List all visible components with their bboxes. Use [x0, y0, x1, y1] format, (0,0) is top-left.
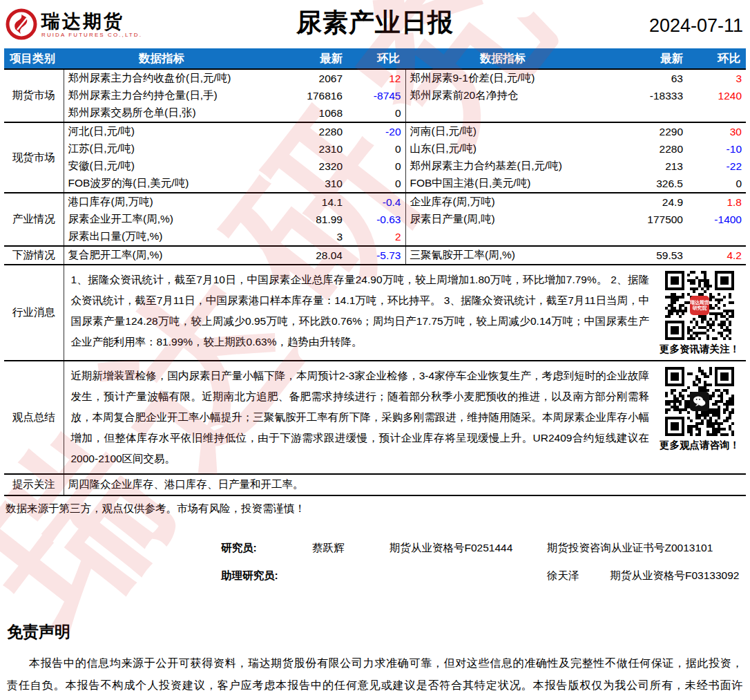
table-row: FOB波罗的海(日,美元/吨) 310 0 FOB中国主港(日,美元/吨) 32…	[4, 175, 746, 193]
category-futures: 期货市场	[4, 69, 64, 122]
table-header-row: 项目类别 数据指标 最新 环比 数据指标 最新 环比	[4, 48, 746, 69]
change-cell: 0	[348, 104, 405, 122]
change-cell: 0	[689, 175, 746, 193]
value-cell: 326.5	[600, 175, 689, 193]
value-cell: 1068	[260, 104, 348, 122]
change-cell	[689, 104, 746, 122]
qr-code-news: 瑞达期货研究院	[665, 271, 734, 340]
assistant-cert: 期货从业资格号F03133092	[610, 569, 740, 583]
value-cell: 2280	[260, 122, 348, 140]
industry-news-row: 行业消息 1、据隆众资讯统计，截至7月10日，中国尿素企业总库存量24.90万吨…	[4, 265, 746, 361]
value-cell: 2280	[600, 140, 689, 158]
change-cell: -8745	[348, 87, 405, 104]
value-cell: 3	[260, 228, 348, 246]
indicator-cell: 尿素企业开工率(周,%)	[64, 211, 260, 228]
col-chain-right: 环比	[689, 48, 746, 69]
value-cell: 177500	[600, 211, 689, 228]
change-cell: -5.73	[348, 246, 405, 265]
category-watch: 提示关注	[4, 474, 64, 495]
data-table: 项目类别 数据指标 最新 环比 数据指标 最新 环比 期货市场 郑州尿素主力合约…	[4, 48, 746, 496]
indicator-cell: 郑州尿素主力合约基差(日,元/吨)	[405, 158, 600, 175]
report-header: 瑞达期货 RUIDA FUTURES CO.,LTD. 尿素产业日报 2024-…	[0, 0, 750, 48]
change-cell: 30	[689, 122, 746, 140]
value-cell: 81.99	[260, 211, 348, 228]
indicator-cell: 郑州尿素前20名净持仓	[405, 87, 600, 104]
value-cell: 28.04	[260, 246, 348, 265]
change-cell: -1400	[689, 211, 746, 228]
value-cell: 59.53	[600, 246, 689, 265]
change-cell: 0	[348, 140, 405, 158]
viewpoint-row: 观点总结 近期新增装置检修，国内尿素日产量小幅下降，本周预计2-3家企业检修，3…	[4, 361, 746, 474]
category-spot: 现货市场	[4, 122, 64, 193]
col-indicator-right: 数据指标	[405, 48, 600, 69]
value-cell: 14.1	[260, 193, 348, 211]
table-row: 尿素企业开工率(周,%) 81.99 -0.63 尿素日产量(周,吨) 1775…	[4, 211, 746, 228]
indicator-cell: 河北(日,元/吨)	[64, 122, 260, 140]
change-cell: 0	[348, 175, 405, 193]
assistant-name: 徐天泽	[547, 569, 579, 583]
indicator-cell: 郑州尿素主力合约持仓量(日,手)	[64, 87, 260, 104]
indicator-cell: 企业库存(周,万吨)	[405, 193, 600, 211]
researcher-block: 研究员: 蔡跃辉 期货从业资格号F0251444 期货投资咨询从业证书号Z001…	[221, 534, 750, 589]
indicator-cell: 江苏(日,元/吨)	[64, 140, 260, 158]
table-row: 郑州尿素交易所仓单(日,张) 1068 0	[4, 104, 746, 122]
col-latest-right: 最新	[600, 48, 689, 69]
indicator-cell	[405, 228, 600, 246]
industry-news-text: 1、据隆众资讯统计，截至7月10日，中国尿素企业总库存量24.90万吨，较上周增…	[71, 269, 657, 352]
change-cell: 4.2	[689, 246, 746, 265]
value-cell: 63	[600, 69, 689, 87]
change-cell: 2	[348, 228, 405, 246]
change-cell: 1.8	[689, 193, 746, 211]
table-row: 下游情况 复合肥开工率(周,%) 28.04 -5.73 三聚氰胺开工率(周,%…	[4, 246, 746, 265]
qr-caption-news: 更多资讯请关注！	[656, 343, 743, 356]
change-cell	[689, 228, 746, 246]
category-industry: 产业情况	[4, 193, 64, 246]
category-news: 行业消息	[4, 265, 64, 361]
change-cell: -20	[348, 122, 405, 140]
report-page: 瑞达研究 瑞达期货 RUIDA FUTURES CO.,LTD. 尿素产业日报 …	[0, 0, 750, 700]
page-title: 尿素产业日报	[0, 6, 750, 40]
col-chain-left: 环比	[348, 48, 405, 69]
indicator-cell	[405, 104, 600, 122]
assistant-label: 助理研究员:	[221, 569, 312, 583]
qr-caption-viewpoint: 更多观点请咨询！	[656, 439, 743, 452]
change-cell: -0.4	[348, 193, 405, 211]
value-cell: -18333	[600, 87, 689, 104]
value-cell: 213	[600, 158, 689, 175]
indicator-cell: 郑州尿素主力合约收盘价(日,元/吨)	[64, 69, 260, 87]
qr-code-viewpoint	[665, 367, 734, 436]
change-cell: 3	[689, 69, 746, 87]
researcher-cert2: 期货投资咨询从业证书号Z0013101	[547, 541, 713, 556]
assistant-row: 助理研究员: 徐天泽 期货从业资格号F03133092	[221, 562, 750, 589]
change-cell: -22	[689, 158, 746, 175]
viewpoint-text: 近期新增装置检修，国内尿素日产量小幅下降，本周预计2-3家企业检修，3-4家停车…	[71, 366, 657, 469]
change-cell: 1240	[689, 87, 746, 104]
indicator-cell: 港口库存(周,万吨)	[64, 193, 260, 211]
change-cell: -10	[689, 140, 746, 158]
value-cell: 24.9	[600, 193, 689, 211]
indicator-cell: FOB中国主港(日,美元/吨)	[405, 175, 600, 193]
table-row: 郑州尿素主力合约持仓量(日,手) 176816 -8745 郑州尿素前20名净持…	[4, 87, 746, 104]
value-cell: 2067	[260, 69, 348, 87]
col-latest-left: 最新	[260, 48, 348, 69]
value-cell	[600, 104, 689, 122]
researcher-name: 蔡跃辉	[312, 541, 390, 556]
indicator-cell: 郑州尿素9-1价差(日,元/吨)	[405, 69, 600, 87]
value-cell: 2290	[600, 122, 689, 140]
risk-note: 数据来源于第三方，观点仅供参考。市场有风险，投资需谨慎！	[0, 496, 750, 516]
value-cell: 2310	[260, 140, 348, 158]
indicator-cell: 山东(日,元/吨)	[405, 140, 600, 158]
indicator-cell: 尿素出口量(万吨,%)	[64, 228, 260, 246]
indicator-cell: 河南(日,元/吨)	[405, 122, 600, 140]
indicator-cell: FOB波罗的海(日,美元/吨)	[64, 175, 260, 193]
table-row: 江苏(日,元/吨) 2310 0 山东(日,元/吨) 2280 -10	[4, 140, 746, 158]
change-cell: -0.63	[348, 211, 405, 228]
category-downstream: 下游情况	[4, 246, 64, 265]
table-row: 产业情况 港口库存(周,万吨) 14.1 -0.4 企业库存(周,万吨) 24.…	[4, 193, 746, 211]
value-cell: 310	[260, 175, 348, 193]
change-cell: 0	[348, 158, 405, 175]
qr-center-logo-ruida: 瑞达期货研究院	[690, 296, 709, 315]
table-row: 安徽(日,元/吨) 2320 0 郑州尿素主力合约基差(日,元/吨) 213 -…	[4, 158, 746, 175]
indicator-cell: 尿素日产量(周,吨)	[405, 211, 600, 228]
indicator-cell: 郑州尿素交易所仓单(日,张)	[64, 104, 260, 122]
